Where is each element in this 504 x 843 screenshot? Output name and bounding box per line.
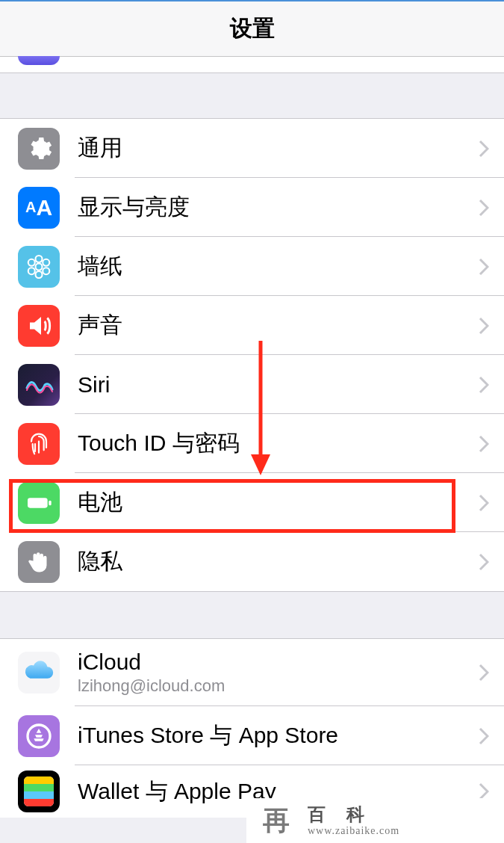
chevron-right-icon [479, 258, 504, 276]
row-label: Siri [78, 372, 479, 398]
svg-point-0 [36, 263, 43, 270]
svg-rect-8 [49, 500, 51, 505]
svg-point-1 [36, 256, 43, 262]
row-label: iCloud [78, 649, 479, 675]
svg-point-3 [28, 259, 35, 265]
row-label: Touch ID 与密码 [78, 428, 479, 459]
settings-group-1: 通用 AA 显示与亮度 墙纸 [0, 118, 504, 592]
chevron-right-icon [479, 727, 504, 745]
chevron-right-icon [479, 140, 504, 158]
row-label: 显示与亮度 [78, 192, 479, 223]
watermark-glyph: 再 [261, 806, 291, 836]
row-wallpaper[interactable]: 墙纸 [0, 237, 504, 296]
row-touchid[interactable]: Touch ID 与密码 [0, 414, 504, 473]
chevron-right-icon [479, 494, 504, 512]
row-general[interactable]: 通用 [0, 119, 504, 178]
row-siri[interactable]: Siri [0, 355, 504, 414]
chevron-right-icon [479, 553, 504, 571]
watermark: 再 百科 www.zaibaike.com [246, 798, 504, 843]
row-label: 通用 [78, 133, 479, 164]
row-itunes[interactable]: iTunes Store 与 App Store [0, 706, 504, 765]
partial-icon [18, 56, 60, 65]
chevron-right-icon [479, 199, 504, 217]
wallet-icon [18, 771, 60, 812]
partial-previous-row[interactable] [0, 57, 504, 73]
row-display[interactable]: AA 显示与亮度 [0, 178, 504, 237]
flower-icon [18, 246, 60, 288]
settings-group-2: iCloud lzihong@icloud.com iTunes Store 与… [0, 638, 504, 818]
hand-icon [18, 541, 60, 583]
row-label: 墙纸 [78, 251, 479, 282]
chevron-right-icon [479, 435, 504, 453]
appstore-icon [18, 715, 60, 757]
siri-icon [18, 364, 60, 406]
row-sound[interactable]: 声音 [0, 296, 504, 355]
svg-point-4 [43, 259, 49, 265]
row-label: 电池 [78, 487, 479, 518]
fingerprint-icon [18, 423, 60, 465]
header-title: 设置 [0, 1, 504, 57]
chevron-right-icon [479, 376, 504, 394]
speaker-icon [18, 305, 60, 347]
gear-icon [18, 128, 60, 170]
row-privacy[interactable]: 隐私 [0, 532, 504, 591]
row-sublabel: lzihong@icloud.com [78, 676, 479, 696]
chevron-right-icon [479, 664, 504, 682]
watermark-url: www.zaibaike.com [308, 825, 399, 836]
watermark-title: 百科 [308, 805, 399, 824]
cloud-icon [18, 652, 60, 694]
svg-rect-7 [28, 498, 48, 507]
group-gap [0, 73, 504, 118]
svg-point-5 [28, 268, 35, 274]
group-gap [0, 592, 504, 638]
svg-point-6 [43, 268, 49, 274]
chevron-right-icon [479, 317, 504, 335]
row-label: 声音 [78, 310, 479, 341]
svg-point-2 [36, 271, 43, 278]
settings-content: 通用 AA 显示与亮度 墙纸 [0, 57, 504, 843]
row-label: 隐私 [78, 546, 479, 577]
text-size-icon: AA [18, 187, 60, 229]
battery-icon [18, 482, 60, 524]
row-label: iTunes Store 与 App Store [78, 720, 479, 751]
row-battery[interactable]: 电池 [0, 473, 504, 532]
row-icloud[interactable]: iCloud lzihong@icloud.com [0, 639, 504, 706]
